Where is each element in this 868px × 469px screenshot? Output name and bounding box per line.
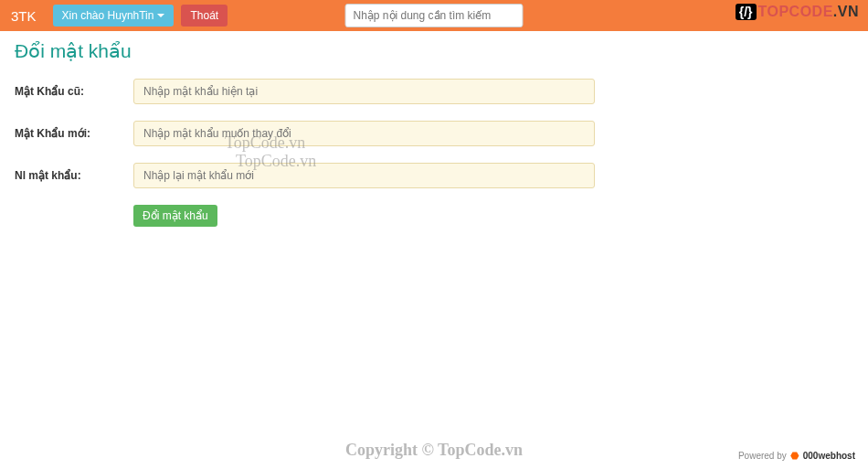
brand[interactable]: 3TK [11,8,37,24]
logo-badge-icon: {/} [736,4,757,20]
search-input[interactable] [345,4,524,27]
new-password-input[interactable] [133,121,595,146]
new-password-label: Mật Khẩu mới: [15,127,133,140]
old-password-label: Mật Khẩu cũ: [15,85,133,98]
flame-icon: ⬣ [790,450,799,462]
old-password-input[interactable] [133,79,595,104]
powered-by-badge[interactable]: Powered by ⬣ 000webhost [733,446,861,465]
user-greeting-dropdown[interactable]: Xin chào HuynhTin [53,5,175,27]
confirm-password-input[interactable] [133,163,595,188]
logo-text: TOPCODE.VN [758,4,860,20]
change-password-button[interactable]: Đổi mật khẩu [133,205,217,227]
site-logo[interactable]: {/} TOPCODE.VN [736,4,859,20]
logout-button[interactable]: Thoát [181,5,228,27]
host-name: 000webhost [803,451,855,461]
greeting-label: Xin chào HuynhTin [62,9,154,22]
main-container: Đổi mật khẩu Mật Khẩu cũ: Mật Khẩu mới: … [0,31,868,236]
search-wrap [345,4,524,27]
form-row-new-password: Mật Khẩu mới: [15,121,853,146]
form-row-confirm-password: Nl mật khẩu: [15,163,853,188]
page-title: Đổi mật khẩu [15,40,853,62]
form-row-old-password: Mật Khẩu cũ: [15,79,853,104]
confirm-password-label: Nl mật khẩu: [15,169,133,182]
submit-wrap: Đổi mật khẩu [133,205,853,227]
powered-prefix: Powered by [738,451,787,461]
chevron-down-icon [157,14,164,17]
navbar: 3TK Xin chào HuynhTin Thoát {/} TOPCODE.… [0,0,868,31]
